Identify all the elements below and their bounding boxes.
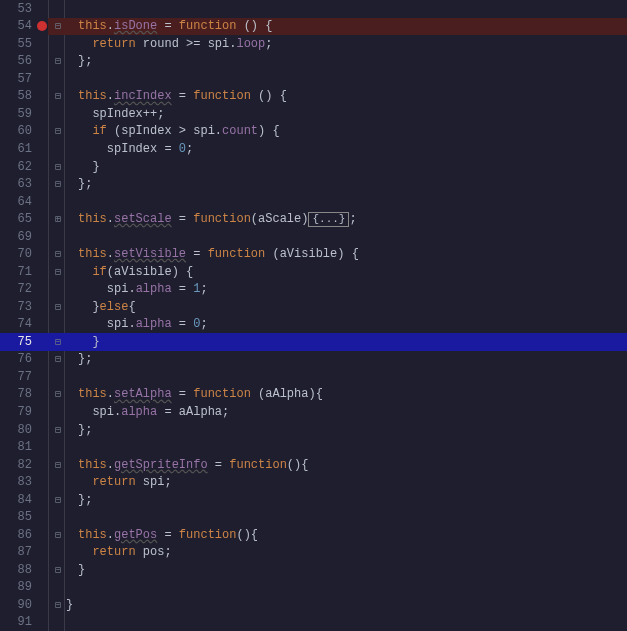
fold-collapse-icon[interactable]: ⊟	[50, 564, 66, 576]
code-line-56[interactable]: 56⊟};	[0, 53, 627, 71]
fold-collapse-icon[interactable]: ⊟	[50, 125, 66, 137]
breakpoint-gutter[interactable]	[34, 21, 50, 31]
fold-collapse-icon[interactable]: ⊟	[50, 178, 66, 190]
code-content[interactable]: spIndex++;	[66, 107, 627, 121]
line-number: 90	[0, 598, 34, 612]
code-line-57[interactable]: 57	[0, 70, 627, 88]
fold-collapse-icon[interactable]: ⊟	[50, 248, 66, 260]
token: ) {	[337, 247, 359, 261]
code-line-86[interactable]: 86⊟this.getPos = function(){	[0, 526, 627, 544]
code-line-65[interactable]: 65⊞this.setScale = function(aScale){...}…	[0, 210, 627, 228]
code-content[interactable]: this.getPos = function(){	[66, 528, 627, 542]
code-line-81[interactable]: 81	[0, 438, 627, 456]
fold-collapse-icon[interactable]: ⊟	[50, 266, 66, 278]
code-line-64[interactable]: 64	[0, 193, 627, 211]
code-line-70[interactable]: 70⊟this.setVisible = function (aVisible)…	[0, 245, 627, 263]
fold-collapse-icon[interactable]: ⊟	[50, 55, 66, 67]
code-content[interactable]: this.setVisible = function (aVisible) {	[66, 247, 627, 261]
fold-collapse-icon[interactable]: ⊟	[50, 388, 66, 400]
code-content[interactable]: };	[66, 352, 627, 366]
fold-collapse-icon[interactable]: ⊟	[50, 301, 66, 313]
code-line-78[interactable]: 78⊟this.setAlpha = function (aAlpha){	[0, 386, 627, 404]
code-content[interactable]: }	[66, 598, 627, 612]
fold-collapse-icon[interactable]: ⊟	[50, 336, 66, 348]
code-line-55[interactable]: 55 return round >= spi.loop;	[0, 35, 627, 53]
code-content[interactable]: this.setAlpha = function (aAlpha){	[66, 387, 627, 401]
code-content[interactable]: this.isDone = function () {	[66, 19, 627, 33]
code-line-62[interactable]: 62⊟ }	[0, 158, 627, 176]
code-line-58[interactable]: 58⊟this.incIndex = function () {	[0, 88, 627, 106]
code-line-59[interactable]: 59 spIndex++;	[0, 105, 627, 123]
code-line-88[interactable]: 88⊟}	[0, 561, 627, 579]
token: }	[66, 598, 73, 612]
code-line-54[interactable]: 54⊟this.isDone = function () {	[0, 18, 627, 36]
code-line-82[interactable]: 82⊟this.getSpriteInfo = function(){	[0, 456, 627, 474]
token	[78, 265, 92, 279]
code-content[interactable]: };	[66, 493, 627, 507]
code-line-83[interactable]: 83 return spi;	[0, 473, 627, 491]
fold-collapse-icon[interactable]: ⊟	[50, 353, 66, 365]
code-line-91[interactable]: 91	[0, 614, 627, 631]
token: return	[92, 545, 135, 559]
code-content[interactable]: return spi;	[66, 475, 627, 489]
token: =	[208, 458, 230, 472]
fold-collapse-icon[interactable]: ⊟	[50, 459, 66, 471]
code-line-87[interactable]: 87 return pos;	[0, 543, 627, 561]
code-content[interactable]: };	[66, 177, 627, 191]
code-content[interactable]: this.setScale = function(aScale){...};	[66, 212, 627, 227]
fold-collapse-icon[interactable]: ⊟	[50, 529, 66, 541]
code-content[interactable]: };	[66, 423, 627, 437]
code-line-75[interactable]: 75⊟ }	[0, 333, 627, 351]
code-content[interactable]: };	[66, 54, 627, 68]
code-content[interactable]: this.getSpriteInfo = function(){	[66, 458, 627, 472]
code-content[interactable]: spi.alpha = 0;	[66, 317, 627, 331]
fold-collapse-icon[interactable]: ⊟	[50, 424, 66, 436]
code-line-73[interactable]: 73⊟ }else{	[0, 298, 627, 316]
fold-collapse-icon[interactable]: ⊟	[50, 161, 66, 173]
code-line-76[interactable]: 76⊟};	[0, 351, 627, 369]
code-content[interactable]: }	[66, 335, 627, 349]
fold-collapse-icon[interactable]: ⊟	[50, 90, 66, 102]
token: .	[107, 212, 114, 226]
code-line-77[interactable]: 77	[0, 368, 627, 386]
code-line-74[interactable]: 74 spi.alpha = 0;	[0, 316, 627, 334]
line-number: 86	[0, 528, 34, 542]
line-number: 85	[0, 510, 34, 524]
code-line-84[interactable]: 84⊟};	[0, 491, 627, 509]
token: .	[215, 124, 222, 138]
code-content[interactable]: this.incIndex = function () {	[66, 89, 627, 103]
code-content[interactable]: }	[66, 160, 627, 174]
code-line-69[interactable]: 69	[0, 228, 627, 246]
code-line-71[interactable]: 71⊟ if(aVisible) {	[0, 263, 627, 281]
code-line-61[interactable]: 61 spIndex = 0;	[0, 140, 627, 158]
code-content[interactable]: if (spIndex > spi.count) {	[66, 124, 627, 138]
code-content[interactable]: return round >= spi.loop;	[66, 37, 627, 51]
token: aScale	[258, 212, 301, 226]
token: ) {	[258, 124, 280, 138]
token: ) {	[172, 265, 194, 279]
code-content[interactable]: spIndex = 0;	[66, 142, 627, 156]
code-content[interactable]: if(aVisible) {	[66, 265, 627, 279]
code-line-60[interactable]: 60⊟ if (spIndex > spi.count) {	[0, 123, 627, 141]
code-line-63[interactable]: 63⊟};	[0, 175, 627, 193]
code-line-72[interactable]: 72 spi.alpha = 1;	[0, 281, 627, 299]
code-content[interactable]: }else{	[66, 300, 627, 314]
code-content[interactable]: spi.alpha = aAlpha;	[66, 405, 627, 419]
code-content[interactable]: spi.alpha = 1;	[66, 282, 627, 296]
code-editor[interactable]: 5354⊟this.isDone = function () {55 retur…	[0, 0, 627, 631]
code-line-90[interactable]: 90⊟}	[0, 596, 627, 614]
code-line-85[interactable]: 85	[0, 508, 627, 526]
token: aVisible	[280, 247, 338, 261]
token: return	[92, 37, 135, 51]
breakpoint-dot-icon[interactable]	[37, 21, 47, 31]
fold-collapse-icon[interactable]: ⊟	[50, 599, 66, 611]
code-line-80[interactable]: 80⊟};	[0, 421, 627, 439]
code-content[interactable]: return pos;	[66, 545, 627, 559]
code-content[interactable]: }	[66, 563, 627, 577]
fold-expand-icon[interactable]: ⊞	[50, 213, 66, 225]
fold-collapse-icon[interactable]: ⊟	[50, 494, 66, 506]
code-line-53[interactable]: 53	[0, 0, 627, 18]
fold-collapse-icon[interactable]: ⊟	[50, 20, 66, 32]
code-line-79[interactable]: 79 spi.alpha = aAlpha;	[0, 403, 627, 421]
code-line-89[interactable]: 89	[0, 579, 627, 597]
